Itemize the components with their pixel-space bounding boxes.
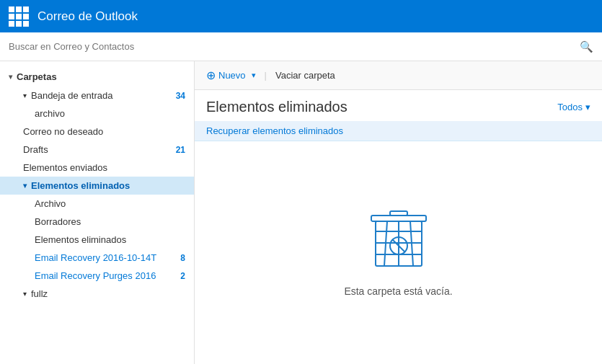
sidebar-item-drafts[interactable]: Drafts 21 xyxy=(0,141,194,159)
filter-chevron-icon: ▾ xyxy=(585,102,590,112)
carpetas-chevron: ▾ xyxy=(9,73,12,81)
search-bar: 🔍 xyxy=(0,32,602,61)
main-layout: ▾ Carpetas ▾ Bandeja de entrada 34 archi… xyxy=(0,61,602,364)
filter-button[interactable]: Todos ▾ xyxy=(557,102,590,112)
nuevo-label: Nuevo xyxy=(218,70,246,81)
plus-icon: ⊕ xyxy=(206,68,216,82)
nuevo-button[interactable]: ⊕ Nuevo xyxy=(206,68,246,82)
borradores-label: Borradores xyxy=(35,216,81,227)
toolbar-separator: | xyxy=(265,70,267,81)
archivo-sub-label: archivo xyxy=(35,108,65,119)
toolbar: ⊕ Nuevo ▾ | Vaciar carpeta xyxy=(195,61,602,90)
search-button[interactable]: 🔍 xyxy=(580,40,593,53)
email-recovery-2016-badge: 8 xyxy=(180,253,185,263)
nuevo-chevron-button[interactable]: ▾ xyxy=(252,71,256,80)
email-recovery-purges-label: Email Recovery Purges 2016 xyxy=(35,270,156,281)
vaciar-label: Vaciar carpeta xyxy=(275,70,335,81)
sidebar-item-bandeja[interactable]: ▾ Bandeja de entrada 34 xyxy=(0,86,194,105)
no-deseado-label: Correo no deseado xyxy=(23,126,103,137)
sidebar-item-no-deseado[interactable]: Correo no deseado xyxy=(0,123,194,141)
enviados-label: Elementos enviados xyxy=(23,162,107,173)
fullz-chevron: ▾ xyxy=(23,290,27,298)
main-content: ⊕ Nuevo ▾ | Vaciar carpeta Elementos eli… xyxy=(195,61,602,364)
sidebar-item-email-recovery-2016[interactable]: Email Recovery 2016-10-14T 8 xyxy=(0,249,194,267)
archivo2-label: Archivo xyxy=(35,198,66,209)
sidebar-item-archivo2[interactable]: Archivo xyxy=(0,195,194,213)
carpetas-section-header[interactable]: ▾ Carpetas xyxy=(0,67,194,86)
empty-state: Esta carpeta está vacía. xyxy=(195,141,602,364)
eliminados-label: Elementos eliminados xyxy=(31,180,130,191)
svg-rect-1 xyxy=(371,216,426,221)
sidebar-item-archivo-sub[interactable]: archivo xyxy=(0,105,194,123)
email-recovery-purges-badge: 2 xyxy=(180,271,185,281)
app-header: Correo de Outlook xyxy=(0,0,602,32)
bandeja-label: Bandeja de entrada xyxy=(31,90,112,101)
recover-link-text: Recuperar elementos eliminados xyxy=(206,125,343,136)
app-title: Correo de Outlook xyxy=(37,9,138,24)
sidebar-item-enviados[interactable]: Elementos enviados xyxy=(0,159,194,177)
drafts-badge: 21 xyxy=(176,145,185,155)
email-recovery-2016-label: Email Recovery 2016-10-14T xyxy=(35,252,156,263)
content-area: Elementos eliminados Todos ▾ Recuperar e… xyxy=(195,90,602,364)
fullz-label: fullz xyxy=(31,288,48,299)
trash-icon xyxy=(370,208,428,274)
search-input[interactable] xyxy=(9,41,580,52)
drafts-label: Drafts xyxy=(23,144,48,155)
filter-label: Todos xyxy=(557,102,583,112)
sidebar-item-eliminados[interactable]: ▾ Elementos eliminados xyxy=(0,177,194,195)
sidebar-item-borradores[interactable]: Borradores xyxy=(0,213,194,231)
sidebar: ▾ Carpetas ▾ Bandeja de entrada 34 archi… xyxy=(0,61,195,364)
sidebar-item-fullz[interactable]: ▾ fullz xyxy=(0,285,194,303)
sidebar-item-deleted-items[interactable]: Elementos eliminados xyxy=(0,231,194,249)
vaciar-button[interactable]: Vaciar carpeta xyxy=(275,70,335,81)
bandeja-chevron: ▾ xyxy=(23,92,27,99)
deleted-items-label: Elementos eliminados xyxy=(35,234,126,245)
recover-link[interactable]: Recuperar elementos eliminados xyxy=(195,121,602,141)
empty-message: Esta carpeta está vacía. xyxy=(344,285,452,297)
eliminados-chevron: ▾ xyxy=(23,182,27,190)
sidebar-item-email-recovery-purges[interactable]: Email Recovery Purges 2016 2 xyxy=(0,267,194,285)
content-title: Elementos eliminados xyxy=(206,99,348,115)
bandeja-badge: 34 xyxy=(176,91,185,101)
content-header: Elementos eliminados Todos ▾ xyxy=(195,90,602,121)
waffle-icon[interactable] xyxy=(9,6,29,27)
svg-rect-2 xyxy=(390,211,407,216)
carpetas-label: Carpetas xyxy=(17,71,57,82)
